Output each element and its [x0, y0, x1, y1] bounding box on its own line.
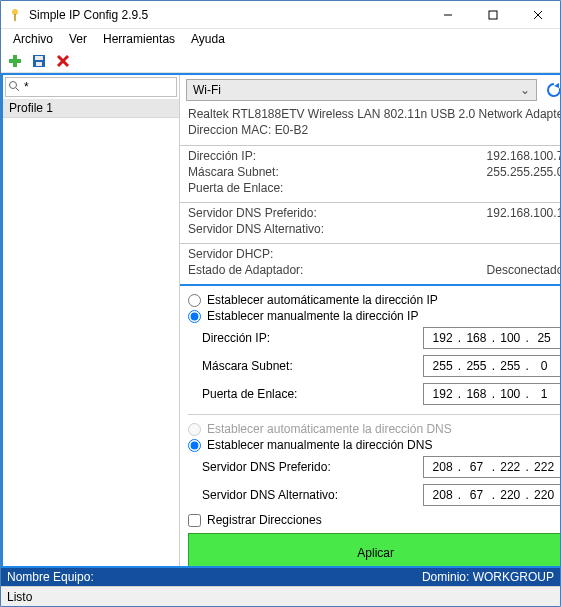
mask-field-row: Máscara Subnet: 255. 255. 255. 0 — [188, 352, 561, 380]
dns1-field-row: Servidor DNS Preferido: 208. 67. 222. 22… — [188, 453, 561, 481]
current-gw-label: Puerta de Enlace: — [188, 181, 283, 195]
current-dns-block: Servidor DNS Preferido:192.168.100.1 Ser… — [180, 203, 561, 244]
add-profile-button[interactable] — [5, 51, 25, 71]
minimize-button[interactable] — [425, 1, 470, 29]
search-input[interactable] — [22, 79, 176, 95]
dns2-field-label: Servidor DNS Alternativo: — [202, 488, 338, 502]
current-mask-label: Máscara Subnet: — [188, 165, 279, 179]
dns1-input[interactable]: 208. 67. 222. 222 — [423, 456, 561, 478]
sidebar: Profile 1 — [3, 75, 180, 566]
save-button[interactable] — [29, 51, 49, 71]
search-box[interactable] — [5, 77, 177, 97]
main-panel: Wi-Fi ⌄ Realtek RTL8188ETV Wireless LAN … — [180, 75, 561, 566]
window-title: Simple IP Config 2.9.5 — [29, 8, 425, 22]
ip-field-label: Dirección IP: — [202, 331, 270, 345]
gw-input[interactable]: 192. 168. 100. 1 — [423, 383, 561, 405]
profile-list[interactable]: Profile 1 — [3, 99, 179, 566]
domain-label: Dominio: WORKGROUP — [422, 570, 554, 584]
menubar: Archivo Ver Herramientas Ayuda — [1, 29, 560, 49]
app-icon — [7, 7, 23, 23]
adapter-description: Realtek RTL8188ETV Wireless LAN 802.11n … — [188, 107, 561, 123]
adapter-row: Wi-Fi ⌄ — [180, 75, 561, 105]
current-ip-value: 192.168.100.7 — [487, 149, 561, 163]
ip-field-row: Dirección IP: 192. 168. 100. 25 — [188, 324, 561, 352]
current-state-label: Estado de Adaptador: — [188, 263, 303, 277]
svg-rect-10 — [36, 62, 42, 66]
dns1-field-label: Servidor DNS Preferido: — [202, 460, 331, 474]
config-area: Establecer automáticamente la dirección … — [180, 286, 561, 566]
menu-help[interactable]: Ayuda — [183, 30, 233, 48]
delete-button[interactable] — [53, 51, 73, 71]
svg-point-13 — [10, 81, 17, 88]
mask-field-label: Máscara Subnet: — [202, 359, 293, 373]
current-dhcp-label: Servidor DHCP: — [188, 247, 273, 261]
menu-file[interactable]: Archivo — [5, 30, 61, 48]
ready-label: Listo — [7, 590, 32, 604]
dns2-input[interactable]: 208. 67. 220. 220 — [423, 484, 561, 506]
status-bar-blue: Nombre Equipo: Dominio: WORKGROUP — [1, 568, 560, 586]
svg-rect-9 — [35, 56, 43, 60]
adapter-select[interactable]: Wi-Fi ⌄ — [186, 79, 537, 101]
gw-field-row: Puerta de Enlace: 192. 168. 100. 1 — [188, 380, 561, 408]
window-controls — [425, 1, 560, 29]
svg-rect-1 — [14, 14, 15, 21]
dns-manual-radio[interactable]: Establecer manualmente la dirección DNS — [188, 437, 561, 453]
titlebar: Simple IP Config 2.9.5 — [1, 1, 560, 29]
apply-button[interactable]: Aplicar — [188, 533, 561, 566]
register-checkbox[interactable]: Registrar Direcciones — [188, 509, 561, 533]
current-dns2-label: Servidor DNS Alternativo: — [188, 222, 324, 236]
menu-tools[interactable]: Herramientas — [95, 30, 183, 48]
svg-line-14 — [16, 88, 19, 91]
svg-marker-15 — [554, 83, 559, 88]
profile-item[interactable]: Profile 1 — [3, 99, 179, 118]
svg-rect-7 — [9, 59, 21, 63]
maximize-button[interactable] — [470, 1, 515, 29]
host-label: Nombre Equipo: — [7, 570, 94, 584]
adapter-info: Realtek RTL8188ETV Wireless LAN 802.11n … — [180, 105, 561, 146]
content-area: Profile 1 Wi-Fi ⌄ Realtek RTL8188ETV Wir… — [1, 73, 560, 568]
current-state-value: Desconectado — [487, 263, 561, 277]
ip-manual-radio[interactable]: Establecer manualmente la dirección IP — [188, 308, 561, 324]
chevron-down-icon: ⌄ — [520, 83, 530, 97]
current-dns1-value: 192.168.100.1 — [487, 206, 561, 220]
svg-rect-3 — [489, 11, 497, 19]
separator — [188, 414, 561, 415]
search-icon — [6, 80, 22, 95]
toolbar — [1, 49, 560, 73]
status-bar-ready: Listo — [1, 586, 560, 606]
refresh-button[interactable] — [543, 79, 561, 101]
menu-view[interactable]: Ver — [61, 30, 95, 48]
current-mask-value: 255.255.255.0 — [487, 165, 561, 179]
close-button[interactable] — [515, 1, 560, 29]
current-ip-block: Dirección IP:192.168.100.7 Máscara Subne… — [180, 146, 561, 203]
app-window: Simple IP Config 2.9.5 Archivo Ver Herra… — [0, 0, 561, 607]
mask-input[interactable]: 255. 255. 255. 0 — [423, 355, 561, 377]
adapter-mac: Direccion MAC: E0-B2 — [188, 123, 561, 139]
current-ip-label: Dirección IP: — [188, 149, 256, 163]
ip-input[interactable]: 192. 168. 100. 25 — [423, 327, 561, 349]
current-state-block: Servidor DHCP: Estado de Adaptador:Desco… — [180, 244, 561, 286]
dns-auto-radio[interactable]: Establecer automáticamente la dirección … — [188, 421, 561, 437]
ip-auto-radio[interactable]: Establecer automáticamente la dirección … — [188, 292, 561, 308]
adapter-selected-label: Wi-Fi — [193, 83, 221, 97]
current-dns1-label: Servidor DNS Preferido: — [188, 206, 317, 220]
gw-field-label: Puerta de Enlace: — [202, 387, 297, 401]
dns2-field-row: Servidor DNS Alternativo: 208. 67. 220. … — [188, 481, 561, 509]
